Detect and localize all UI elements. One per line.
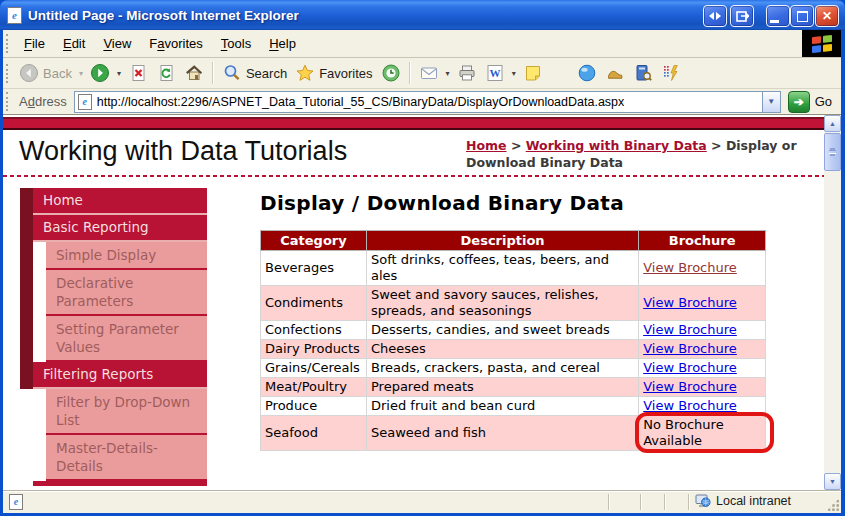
address-bar: Address e http://localhost:2296/ASPNET_D… — [3, 89, 841, 115]
left-right-arrows-icon — [708, 11, 722, 21]
edit-with-word-button[interactable]: W — [481, 61, 509, 85]
search-label: Search — [246, 66, 287, 81]
brochure-cell: View Brochure — [639, 251, 766, 286]
menu-bar: FileEditViewFavoritesToolsHelp — [3, 30, 841, 58]
breadcrumb: Home > Working with Binary Data > Displa… — [466, 137, 816, 171]
go-label: Go — [815, 94, 832, 109]
address-url: http://localhost:2296/ASPNET_Data_Tutori… — [97, 95, 625, 109]
status-bar: e Local intranet — [3, 490, 841, 513]
sidebar-section-home[interactable]: Home — [33, 188, 207, 215]
forward-dropdown[interactable]: ▾ — [114, 67, 124, 80]
menu-item-file[interactable]: File — [15, 32, 54, 55]
brochure-cell: View Brochure — [639, 286, 766, 321]
go-arrow-icon: ➔ — [788, 91, 810, 113]
status-document-icon: e — [9, 494, 23, 510]
menu-item-edit[interactable]: Edit — [54, 32, 94, 55]
address-dropdown-button[interactable]: ▼ — [762, 92, 780, 112]
browser-viewport: Working with Data Tutorials Home > Worki… — [3, 115, 841, 490]
note-icon — [523, 63, 543, 83]
menu-items: FileEditViewFavoritesToolsHelp — [15, 32, 305, 55]
page-header: Working with Data Tutorials Home > Worki… — [3, 130, 824, 171]
messenger-button[interactable] — [573, 61, 601, 85]
table-body: BeveragesSoft drinks, coffees, teas, bee… — [261, 251, 766, 451]
window-button-close[interactable]: ✕ — [815, 5, 839, 27]
print-button[interactable] — [453, 61, 481, 85]
view-brochure-link[interactable]: View Brochure — [643, 398, 737, 413]
table-row-beverages: BeveragesSoft drinks, coffees, teas, bee… — [261, 251, 766, 286]
breadcrumb-link-working-with-binary-data[interactable]: Working with Binary Data — [526, 138, 707, 153]
toolbar-separator — [212, 62, 214, 84]
address-input[interactable]: e http://localhost:2296/ASPNET_Data_Tuto… — [74, 91, 781, 113]
scroll-up-button[interactable]: ▲ — [824, 115, 841, 132]
mail-button[interactable] — [415, 61, 443, 85]
menu-item-view[interactable]: View — [94, 32, 140, 55]
research-button[interactable] — [629, 61, 657, 85]
refresh-button[interactable] — [152, 61, 180, 85]
address-bar-grip[interactable] — [6, 92, 11, 111]
go-button[interactable]: ➔ Go — [788, 91, 832, 113]
back-dropdown[interactable]: ▾ — [76, 67, 86, 80]
back-button[interactable]: Back — [15, 61, 76, 85]
stop-button[interactable] — [124, 61, 152, 85]
category-cell: Confections — [261, 321, 367, 340]
comparison-shopping-button[interactable] — [601, 61, 629, 85]
favorites-button[interactable]: Favorites — [291, 61, 376, 85]
sidebar-item-setting-parameter-values[interactable]: Setting Parameter Values — [46, 316, 207, 362]
close-icon: ✕ — [822, 10, 832, 22]
window-button-arrows[interactable] — [703, 5, 727, 27]
view-brochure-link[interactable]: View Brochure — [643, 360, 737, 375]
category-cell: Condiments — [261, 286, 367, 321]
view-brochure-link[interactable]: View Brochure — [643, 341, 737, 356]
stop-icon — [128, 63, 148, 83]
grid-lightning-icon — [661, 63, 681, 83]
sidebar-section-basic-reporting[interactable]: Basic Reporting — [33, 215, 207, 242]
breadcrumb-link-home[interactable]: Home — [466, 138, 507, 153]
window-button-maximize[interactable] — [790, 5, 814, 27]
view-brochure-link[interactable]: View Brochure — [643, 379, 737, 394]
window-button-minimize[interactable] — [766, 5, 790, 27]
search-icon — [222, 63, 242, 83]
sidebar-item-simple-display[interactable]: Simple Display — [46, 242, 207, 270]
resize-grip[interactable] — [826, 498, 839, 511]
view-brochure-link[interactable]: View Brochure — [643, 260, 737, 275]
table-header-row: CategoryDescriptionBrochure — [261, 231, 766, 251]
ita-toolbar-button[interactable] — [657, 61, 685, 85]
vertical-scrollbar[interactable]: ▲ ▼ — [824, 115, 841, 490]
windows-flag-icon — [812, 34, 832, 52]
category-cell: Meat/Poultry — [261, 378, 367, 397]
status-divider — [640, 494, 642, 510]
sidebar-item-filter-by-drop-down-list[interactable]: Filter by Drop-Down List — [46, 389, 207, 435]
menu-bar-grip[interactable] — [6, 34, 11, 53]
sidebar-item-master-details-details[interactable]: Master-Details-Details — [46, 435, 207, 481]
discuss-button[interactable] — [519, 61, 547, 85]
scrollbar-thumb[interactable] — [824, 133, 841, 171]
home-button[interactable] — [180, 61, 208, 85]
home-icon — [184, 63, 204, 83]
mail-icon — [419, 63, 439, 83]
description-cell: Cheeses — [366, 340, 638, 359]
sidebar-list: HomeBasic ReportingSimple DisplayDeclara… — [33, 188, 207, 486]
window-button-popout[interactable] — [730, 5, 754, 27]
menu-item-tools[interactable]: Tools — [212, 32, 260, 55]
category-cell: Grains/Cereals — [261, 359, 367, 378]
description-cell: Soft drinks, coffees, teas, beers, and a… — [366, 251, 638, 286]
mail-dropdown[interactable]: ▾ — [443, 67, 453, 80]
forward-button[interactable] — [86, 61, 114, 85]
category-cell: Produce — [261, 397, 367, 416]
sidebar-section-partial — [33, 481, 207, 486]
view-brochure-link[interactable]: View Brochure — [643, 322, 737, 337]
menu-item-favorites[interactable]: Favorites — [140, 32, 211, 55]
view-brochure-link[interactable]: View Brochure — [643, 295, 737, 310]
toolbar-grip[interactable] — [6, 64, 11, 83]
menu-item-help[interactable]: Help — [260, 32, 305, 55]
scroll-down-button[interactable]: ▼ — [824, 473, 841, 490]
sidebar-section-filtering-reports[interactable]: Filtering Reports — [33, 362, 207, 389]
history-button[interactable] — [377, 61, 405, 85]
table-row-confections: ConfectionsDesserts, candies, and sweet … — [261, 321, 766, 340]
print-icon — [457, 63, 477, 83]
edit-dropdown[interactable]: ▾ — [509, 67, 519, 80]
sidebar-item-declarative-parameters[interactable]: Declarative Parameters — [46, 270, 207, 316]
search-button[interactable]: Search — [218, 61, 291, 85]
research-book-icon — [633, 63, 653, 83]
brochure-cell: View Brochure — [639, 321, 766, 340]
